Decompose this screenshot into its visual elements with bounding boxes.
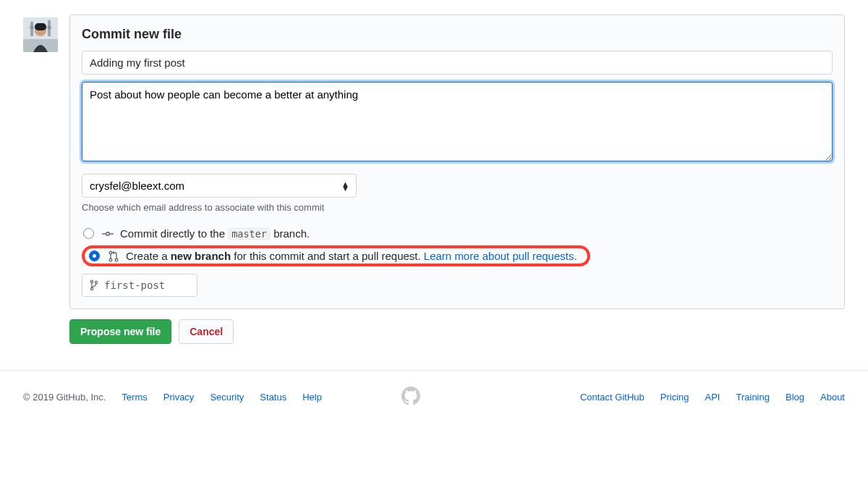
svg-point-14 xyxy=(90,280,93,282)
commit-description-input[interactable]: Post about how people can become a bette… xyxy=(82,82,833,161)
radio-newbranch-label: Create a new branch for this commit and … xyxy=(126,250,577,262)
radio-create-branch[interactable] xyxy=(89,250,100,261)
github-mark-icon xyxy=(401,387,420,408)
commit-panel: Commit new file Post about how people ca… xyxy=(69,14,845,309)
footer-link-training[interactable]: Training xyxy=(736,392,769,403)
footer-link-help[interactable]: Help xyxy=(302,392,322,403)
footer-link-contact[interactable]: Contact GitHub xyxy=(580,392,644,403)
git-commit-icon xyxy=(101,228,114,240)
footer-link-privacy[interactable]: Privacy xyxy=(163,392,195,403)
email-hint-text: Choose which email address to associate … xyxy=(82,202,833,213)
avatar xyxy=(23,17,58,52)
commit-email-select[interactable]: crysfel@bleext.com xyxy=(82,174,357,198)
radio-commit-direct[interactable] xyxy=(83,228,94,239)
cancel-button[interactable]: Cancel xyxy=(179,319,234,344)
svg-point-12 xyxy=(115,258,118,261)
footer-link-status[interactable]: Status xyxy=(260,392,286,403)
annotation-highlight: Create a new branch for this commit and … xyxy=(82,245,590,266)
svg-point-11 xyxy=(109,258,112,261)
svg-rect-6 xyxy=(35,23,46,30)
branch-name-field[interactable] xyxy=(82,274,197,297)
svg-point-16 xyxy=(95,281,97,283)
footer-link-blog[interactable]: Blog xyxy=(786,392,804,403)
radio-direct-label: Commit directly to the master branch. xyxy=(120,227,310,240)
svg-point-15 xyxy=(90,287,93,290)
git-branch-icon xyxy=(90,279,98,291)
footer-link-about[interactable]: About xyxy=(820,392,845,403)
footer-link-security[interactable]: Security xyxy=(210,392,244,403)
commit-summary-input[interactable] xyxy=(82,51,833,75)
footer-copyright: © 2019 GitHub, Inc. xyxy=(23,392,106,403)
master-branch-tag: master xyxy=(228,227,271,240)
svg-point-7 xyxy=(106,232,109,235)
propose-new-file-button[interactable]: Propose new file xyxy=(69,319,171,344)
git-pull-request-icon xyxy=(107,250,120,262)
branch-name-input[interactable] xyxy=(103,279,190,292)
footer-link-terms[interactable]: Terms xyxy=(122,392,147,403)
footer-link-pricing[interactable]: Pricing xyxy=(660,392,689,403)
learn-more-pull-requests-link[interactable]: Learn more about pull requests. xyxy=(424,250,577,262)
panel-title: Commit new file xyxy=(82,27,833,42)
svg-point-10 xyxy=(109,251,112,254)
footer-link-api[interactable]: API xyxy=(705,392,720,403)
